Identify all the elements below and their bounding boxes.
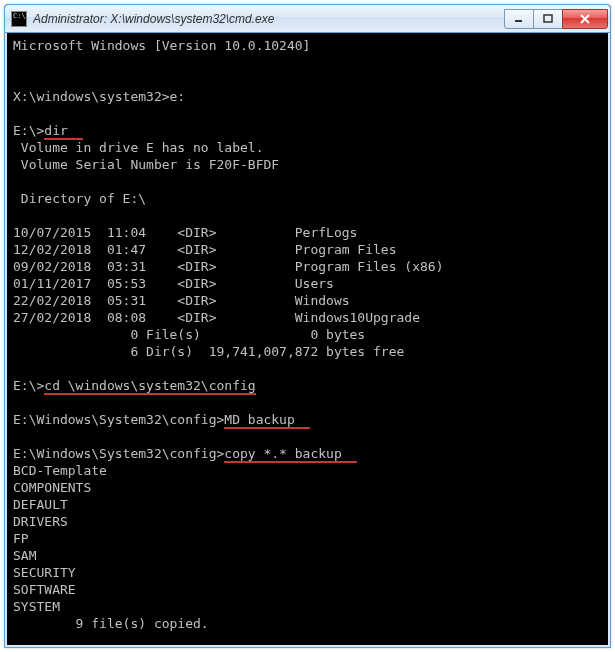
copied-file: DRIVERS <box>13 514 68 529</box>
copied-file: BCD-Template <box>13 463 107 478</box>
copied-file: SOFTWARE <box>13 582 76 597</box>
titlebar[interactable]: C:\ Administrator: X:\windows\system32\c… <box>5 5 610 33</box>
dir-row: 22/02/2018 05:31 <DIR> Windows <box>13 293 350 308</box>
prompt: E:\> <box>13 123 44 138</box>
dir-row: 01/11/2017 05:53 <DIR> Users <box>13 276 334 291</box>
prompt: E:\Windows\System32\config> <box>13 446 224 461</box>
dir-row: 27/02/2018 08:08 <DIR> Windows10Upgrade <box>13 310 420 325</box>
copied-file: DEFAULT <box>13 497 68 512</box>
minimize-button[interactable] <box>504 9 534 29</box>
dir-row: 09/02/2018 03:31 <DIR> Program Files (x8… <box>13 259 443 274</box>
summary-line: 0 File(s) 0 bytes <box>13 327 365 342</box>
close-button[interactable] <box>562 9 608 29</box>
copied-file: SYSTEM <box>13 599 60 614</box>
window-controls <box>505 9 608 29</box>
command-text: e: <box>170 89 186 104</box>
prompt: E:\Windows\System32\config> <box>13 412 224 427</box>
svg-rect-1 <box>544 15 552 22</box>
copied-file: SECURITY <box>13 565 76 580</box>
maximize-button[interactable] <box>533 9 563 29</box>
copied-file: FP <box>13 531 29 546</box>
cmd-icon: C:\ <box>11 11 27 27</box>
copied-file: COMPONENTS <box>13 480 91 495</box>
dir-row: 12/02/2018 01:47 <DIR> Program Files <box>13 242 397 257</box>
dir-row: 10/07/2015 11:04 <DIR> PerfLogs <box>13 225 357 240</box>
prompt: X:\windows\system32> <box>13 89 170 104</box>
window-title: Administrator: X:\windows\system32\cmd.e… <box>33 12 505 26</box>
command-text: cd \windows\system32\config <box>44 378 255 395</box>
summary-line: 6 Dir(s) 19,741,007,872 bytes free <box>13 344 404 359</box>
terminal-output[interactable]: Microsoft Windows [Version 10.0.10240] X… <box>5 33 610 647</box>
copied-file: SAM <box>13 548 36 563</box>
output-line: Volume Serial Number is F20F-BFDF <box>13 157 279 172</box>
command-text: copy *.* backup <box>224 446 341 463</box>
cmd-window: C:\ Administrator: X:\windows\system32\c… <box>4 4 611 648</box>
output-line: Volume in drive E has no label. <box>13 140 263 155</box>
prompt: E:\> <box>13 378 44 393</box>
version-line: Microsoft Windows [Version 10.0.10240] <box>13 38 310 53</box>
output-line: Directory of E:\ <box>13 191 146 206</box>
command-text: dir <box>44 123 67 140</box>
command-text: MD backup <box>224 412 294 429</box>
copy-result: 9 file(s) copied. <box>13 616 209 631</box>
